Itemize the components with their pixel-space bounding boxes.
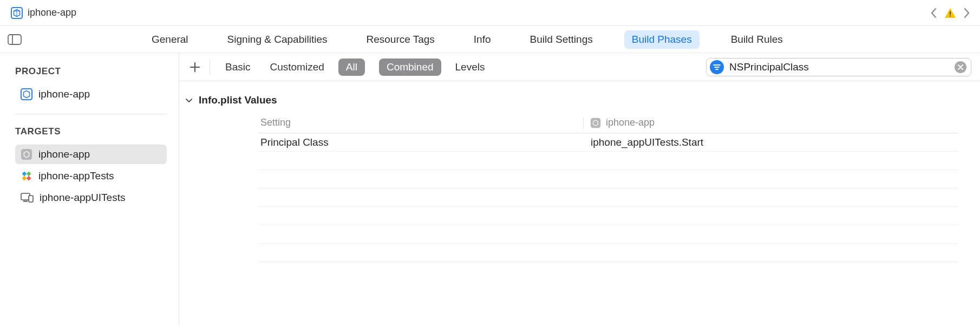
sidebar-target-tests[interactable]: iphone-appTests (15, 166, 167, 186)
svg-rect-3 (8, 35, 21, 44)
add-button[interactable] (186, 58, 204, 76)
titlebar-project[interactable]: iphone-app (11, 7, 76, 19)
tabbar-row: General Signing & Capabilities Resource … (0, 26, 980, 53)
titlebar-right (928, 5, 972, 21)
filter-all[interactable]: All (338, 58, 365, 76)
svg-rect-6 (21, 149, 32, 160)
svg-rect-1 (950, 11, 951, 15)
search-box[interactable] (706, 58, 971, 76)
content: Basic Customized All Combined Levels (179, 53, 980, 325)
table-row (258, 207, 958, 225)
sidebar-item-label: iphone-appUITests (40, 192, 125, 204)
filter-basic[interactable]: Basic (220, 58, 256, 76)
section-header[interactable]: Info.plist Values (185, 91, 980, 113)
table-row (258, 152, 958, 170)
app-target-icon (21, 148, 32, 160)
table-row (258, 244, 958, 262)
titlebar-project-name: iphone-app (28, 7, 76, 18)
table-row (258, 225, 958, 244)
column-target: iphone-app (583, 117, 655, 128)
table-row (258, 188, 958, 207)
tab-general[interactable]: General (144, 30, 196, 49)
column-target-label: iphone-app (606, 117, 655, 128)
sidebar-heading-targets: TARGETS (15, 126, 167, 137)
svg-rect-7 (22, 171, 27, 176)
sidebar-target-uitests[interactable]: iphone-appUITests (15, 188, 167, 207)
clear-search-button[interactable] (955, 61, 966, 73)
project-icon (21, 88, 32, 100)
svg-rect-14 (591, 118, 600, 127)
table-row (258, 170, 958, 188)
filter-view-group: Combined Levels (379, 58, 491, 76)
svg-rect-13 (29, 196, 33, 202)
svg-rect-9 (22, 176, 27, 181)
unit-test-target-icon (21, 170, 32, 182)
sidebar-targets-list: iphone-app iphone-appTests (15, 145, 167, 207)
sidebar-heading-project: PROJECT (15, 66, 167, 77)
settings-area: Info.plist Values Setting iphone-app (179, 81, 980, 262)
filter-bar: Basic Customized All Combined Levels (179, 53, 980, 81)
sidebar: PROJECT iphone-app TARGETS iphone (0, 53, 179, 325)
tab-build-phases[interactable]: Build Phases (624, 30, 700, 49)
settings-table: Setting iphone-app Principal Class ip (258, 113, 958, 262)
svg-rect-2 (950, 15, 951, 16)
ui-test-target-icon (21, 193, 34, 203)
app-target-icon (590, 118, 601, 128)
section-title: Info.plist Values (199, 94, 277, 106)
nav-back-button[interactable] (928, 5, 940, 21)
sidebar-toggle-button[interactable] (0, 26, 30, 53)
table-row[interactable]: Principal Class iphone_appUITests.Start (258, 133, 958, 152)
filter-customized[interactable]: Customized (264, 58, 329, 76)
sidebar-item-label: iphone-app (38, 148, 90, 160)
tab-build-rules[interactable]: Build Rules (723, 30, 790, 49)
titlebar: iphone-app (0, 0, 980, 26)
sidebar-project-item[interactable]: iphone-app (15, 84, 167, 104)
sidebar-divider (15, 114, 167, 114)
tab-info[interactable]: Info (466, 30, 499, 49)
svg-rect-8 (27, 171, 31, 176)
sidebar-target-app[interactable]: iphone-app (15, 145, 167, 164)
filter-icon (710, 60, 724, 74)
tab-resource-tags[interactable]: Resource Tags (358, 30, 442, 49)
setting-name: Principal Class (258, 136, 583, 148)
sidebar-item-label: iphone-appTests (38, 170, 114, 182)
search-input[interactable] (729, 61, 955, 73)
table-header: Setting iphone-app (258, 113, 958, 133)
warning-icon[interactable] (944, 8, 956, 18)
chevron-down-icon[interactable] (185, 96, 193, 105)
filter-levels[interactable]: Levels (450, 58, 491, 76)
tab-signing[interactable]: Signing & Capabilities (220, 30, 335, 49)
main: PROJECT iphone-app TARGETS iphone (0, 53, 980, 325)
tabbar: General Signing & Capabilities Resource … (30, 26, 980, 53)
filter-combined[interactable]: Combined (379, 58, 441, 76)
column-setting: Setting (258, 117, 583, 128)
svg-rect-12 (23, 201, 28, 202)
separator (210, 59, 210, 75)
filter-scope-group: Basic Customized All (220, 58, 365, 76)
project-icon (11, 7, 23, 19)
tab-build-settings[interactable]: Build Settings (522, 30, 600, 49)
nav-forward-button[interactable] (961, 5, 972, 21)
svg-rect-10 (27, 176, 31, 181)
sidebar-project-label: iphone-app (38, 88, 90, 100)
setting-value[interactable]: iphone_appUITests.Start (583, 136, 958, 148)
